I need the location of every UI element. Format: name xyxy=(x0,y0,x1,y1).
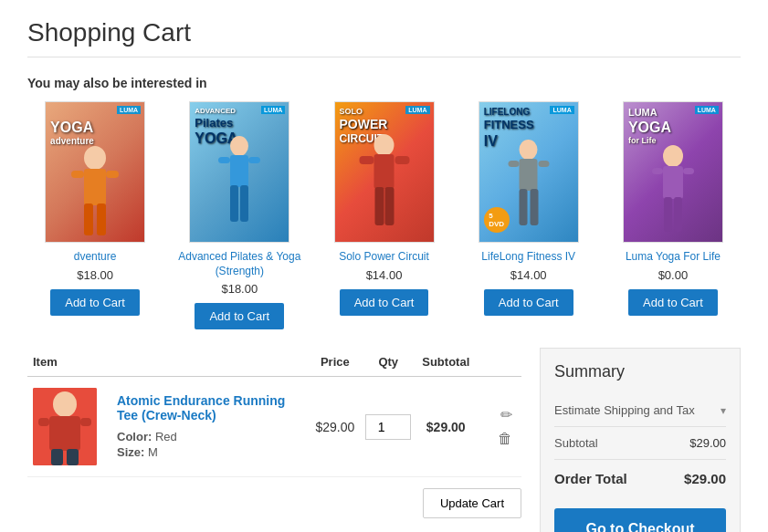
svg-point-24 xyxy=(663,145,683,167)
svg-rect-10 xyxy=(230,185,238,222)
svg-rect-7 xyxy=(230,155,248,187)
shipping-estimate-row[interactable]: Estimate Shipping and Tax ▾ xyxy=(554,394,726,427)
color-value: Red xyxy=(155,430,177,443)
item-thumbnail xyxy=(33,388,97,465)
svg-point-18 xyxy=(519,140,537,160)
subtotal-label: Subtotal xyxy=(554,436,598,450)
svg-point-12 xyxy=(373,134,394,156)
item-color-attr: Color: Red xyxy=(117,430,304,443)
item-column-header: Item xyxy=(27,348,310,377)
edit-icon: ✏ xyxy=(500,407,512,422)
subtotal-value: $29.00 xyxy=(689,436,726,450)
product-card-solo-power: LUMA SOLO POWER CIRCUIT Solo Power Circu… xyxy=(316,101,451,329)
svg-rect-27 xyxy=(683,168,694,174)
products-row: LUMA YOGA adventure dventure $18.00 Add … xyxy=(27,101,741,329)
svg-rect-33 xyxy=(38,418,49,426)
order-total-value: $29.00 xyxy=(684,471,726,486)
svg-rect-32 xyxy=(49,416,80,451)
svg-rect-19 xyxy=(519,159,537,191)
product-image-luma-yoga: LUMA LUMA YOGA for Life xyxy=(623,101,723,243)
badge: 5DVD xyxy=(484,207,510,233)
svg-rect-23 xyxy=(530,189,538,225)
svg-rect-9 xyxy=(248,157,260,163)
item-qty-cell xyxy=(360,377,416,477)
svg-rect-4 xyxy=(84,203,93,235)
cart-header-row: Item Price Qty Subtotal xyxy=(27,348,521,377)
color-label: Color: xyxy=(117,430,152,443)
product-card-yoga-adventure: LUMA YOGA adventure dventure $18.00 Add … xyxy=(27,101,163,329)
shipping-label: Estimate Shipping and Tax xyxy=(554,403,695,417)
svg-rect-29 xyxy=(674,197,682,232)
item-price-cell: $29.00 xyxy=(310,377,360,477)
svg-rect-8 xyxy=(218,157,230,163)
svg-rect-35 xyxy=(51,449,63,465)
product-name-yoga-adventure: dventure xyxy=(74,250,117,265)
cart-summary: Summary Estimate Shipping and Tax ▾ Subt… xyxy=(540,348,741,532)
product-price-yoga-adventure: $18.00 xyxy=(77,268,113,282)
chevron-down-icon: ▾ xyxy=(721,404,726,417)
svg-rect-13 xyxy=(373,154,394,189)
size-label: Size: xyxy=(117,445,144,459)
svg-rect-36 xyxy=(67,449,79,465)
qty-column-header: Qty xyxy=(360,348,416,377)
product-card-lifelong-fitness: LUMA LIFELONG FITNESS IV 5DVD LifeLong F… xyxy=(461,101,596,329)
update-cart-button[interactable]: Update Cart xyxy=(423,488,521,518)
add-to-cart-yoga-adventure[interactable]: Add to Cart xyxy=(50,289,140,316)
person-silhouette xyxy=(207,132,271,242)
subtotal-column-header: Subtotal xyxy=(416,348,475,377)
summary-title: Summary xyxy=(554,362,726,381)
item-subtotal-cell: $29.00 xyxy=(416,377,475,477)
product-card-luma-yoga: LUMA LUMA YOGA for Life Luma Yoga For Li… xyxy=(605,101,741,329)
edit-item-button[interactable]: ✏ xyxy=(497,402,516,427)
svg-rect-11 xyxy=(240,185,248,222)
item-size-attr: Size: M xyxy=(117,445,304,459)
delete-icon: 🗑 xyxy=(498,431,512,446)
product-image-solo-power: LUMA SOLO POWER CIRCUIT xyxy=(334,101,435,243)
item-name: Atomic Endurance Running Tee (Crew-Neck) xyxy=(117,393,304,422)
product-name-advanced-pilates: Advanced Pilates & Yoga (Strength) xyxy=(172,250,307,278)
product-name-lifelong-fitness: LifeLong Fitness IV xyxy=(481,250,575,265)
svg-point-6 xyxy=(230,136,248,156)
order-total-row: Order Total $29.00 xyxy=(554,460,726,497)
checkout-button[interactable]: Go to Checkout xyxy=(554,508,726,532)
svg-rect-21 xyxy=(538,161,549,167)
svg-rect-22 xyxy=(519,189,527,225)
delete-item-button[interactable]: 🗑 xyxy=(494,427,516,451)
cart-area: Item Price Qty Subtotal xyxy=(27,348,741,532)
table-row: Atomic Endurance Running Tee (Crew-Neck)… xyxy=(27,377,521,477)
svg-rect-2 xyxy=(71,171,84,178)
add-to-cart-lifelong-fitness[interactable]: Add to Cart xyxy=(484,289,573,316)
product-price-solo-power: $14.00 xyxy=(366,268,403,282)
brand-badge: LUMA xyxy=(117,106,141,114)
svg-rect-16 xyxy=(374,187,384,225)
product-image-advanced-pilates: LUMA ADVANCED Pilates YOGA xyxy=(189,101,289,243)
svg-point-0 xyxy=(84,146,106,170)
add-to-cart-luma-yoga[interactable]: Add to Cart xyxy=(628,289,718,316)
svg-rect-17 xyxy=(384,187,394,225)
add-to-cart-advanced-pilates[interactable]: Add to Cart xyxy=(195,303,284,329)
qty-input[interactable] xyxy=(365,414,411,440)
svg-rect-3 xyxy=(106,171,119,178)
cart-bottom: Update Cart xyxy=(27,476,521,529)
svg-rect-20 xyxy=(508,161,519,167)
person-silhouette xyxy=(350,132,418,242)
add-to-cart-solo-power[interactable]: Add to Cart xyxy=(340,289,429,316)
svg-point-31 xyxy=(53,391,77,417)
price-column-header: Price xyxy=(310,348,360,377)
svg-rect-1 xyxy=(84,169,106,205)
svg-rect-15 xyxy=(395,156,409,164)
product-image-yoga-adventure: LUMA YOGA adventure xyxy=(45,101,145,243)
item-image-cell xyxy=(27,377,102,477)
svg-rect-34 xyxy=(80,418,91,426)
svg-rect-25 xyxy=(663,166,683,199)
size-value: M xyxy=(148,445,158,459)
interest-heading: You may also be interested in xyxy=(27,76,741,90)
item-person-svg xyxy=(33,388,97,465)
item-actions-cell: ✏ 🗑 xyxy=(475,377,521,477)
product-image-lifelong-fitness: LUMA LIFELONG FITNESS IV 5DVD xyxy=(479,101,579,243)
product-card-advanced-pilates: LUMA ADVANCED Pilates YOGA Advanced Pila… xyxy=(172,101,307,329)
product-price-advanced-pilates: $18.00 xyxy=(221,282,258,296)
page-title: Shopping Cart xyxy=(27,18,741,57)
order-total-label: Order Total xyxy=(554,471,627,486)
product-name-solo-power: Solo Power Circuit xyxy=(339,250,429,265)
